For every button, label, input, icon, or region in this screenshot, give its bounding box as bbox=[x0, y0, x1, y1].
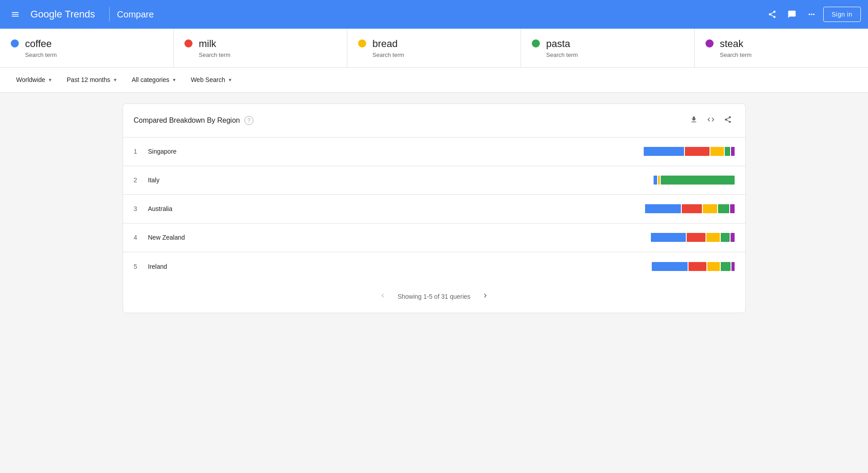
help-icon[interactable]: ? bbox=[244, 116, 253, 125]
table-row: 3 Australia bbox=[123, 195, 745, 224]
region-bar-australia bbox=[645, 204, 735, 213]
location-chevron-icon: ▼ bbox=[48, 77, 52, 82]
table-row: 5 Ireland bbox=[123, 252, 745, 281]
steak-dot bbox=[706, 39, 714, 47]
region-name: Australia bbox=[148, 205, 645, 212]
region-rank: 2 bbox=[134, 176, 148, 184]
bar-coffee bbox=[651, 233, 686, 242]
download-icon[interactable] bbox=[687, 113, 701, 128]
bar-bread bbox=[703, 204, 717, 213]
region-name: Ireland bbox=[148, 263, 652, 270]
apps-icon[interactable] bbox=[804, 6, 820, 22]
pasta-name: pasta bbox=[546, 38, 578, 51]
header-divider bbox=[109, 7, 110, 22]
region-bar-singapore bbox=[644, 147, 735, 156]
region-rank: 5 bbox=[134, 263, 148, 270]
card-actions bbox=[687, 113, 735, 128]
bar-coffee bbox=[654, 176, 657, 185]
bar-bread bbox=[706, 233, 720, 242]
pasta-type: Search term bbox=[546, 52, 578, 58]
search-type-chevron-icon: ▼ bbox=[228, 77, 232, 82]
bar-steak bbox=[731, 262, 735, 271]
breakdown-card: Compared Breakdown By Region ? bbox=[123, 103, 746, 313]
pasta-dot bbox=[532, 39, 540, 47]
bar-steak bbox=[730, 204, 735, 213]
bar-bread bbox=[658, 176, 660, 185]
notifications-icon[interactable] bbox=[784, 6, 800, 22]
bread-name: bread bbox=[372, 38, 404, 51]
search-term-steak[interactable]: steak Search term bbox=[695, 29, 868, 67]
search-term-milk[interactable]: milk Search term bbox=[174, 29, 347, 67]
region-bar-ireland bbox=[652, 262, 735, 271]
period-chevron-icon: ▼ bbox=[113, 77, 117, 82]
bar-steak bbox=[731, 147, 735, 156]
card-header: Compared Breakdown By Region ? bbox=[123, 104, 745, 138]
main-content: Compared Breakdown By Region ? bbox=[112, 93, 757, 324]
region-name: New Zealand bbox=[148, 234, 651, 241]
header-actions: Sign in bbox=[764, 6, 861, 22]
table-row: 2 Italy bbox=[123, 166, 745, 195]
categories-filter[interactable]: All categories ▼ bbox=[126, 72, 182, 88]
region-name: Italy bbox=[148, 176, 654, 184]
bar-milk bbox=[688, 262, 706, 271]
coffee-dot bbox=[11, 39, 19, 47]
share-card-icon[interactable] bbox=[721, 113, 735, 128]
table-row: 1 Singapore bbox=[123, 138, 745, 166]
app-logo: Google Trends bbox=[30, 9, 95, 20]
bar-pasta bbox=[718, 204, 729, 213]
coffee-type: Search term bbox=[25, 52, 57, 58]
search-term-bread[interactable]: bread Search term bbox=[347, 29, 521, 67]
pagination-next-button[interactable] bbox=[478, 290, 493, 304]
bread-dot bbox=[358, 39, 366, 47]
milk-type: Search term bbox=[199, 52, 231, 58]
bar-milk bbox=[685, 147, 710, 156]
bar-coffee bbox=[644, 147, 684, 156]
bar-coffee bbox=[645, 204, 681, 213]
search-terms-bar: coffee Search term milk Search term brea… bbox=[0, 29, 868, 68]
bread-type: Search term bbox=[372, 52, 404, 58]
page-title: Compare bbox=[117, 9, 154, 20]
bar-milk bbox=[682, 204, 702, 213]
card-title: Compared Breakdown By Region bbox=[134, 116, 240, 125]
pagination: Showing 1-5 of 31 queries bbox=[123, 281, 745, 313]
logo-text: Google Trends bbox=[30, 9, 95, 20]
card-title-row: Compared Breakdown By Region ? bbox=[134, 116, 253, 125]
search-term-coffee[interactable]: coffee Search term bbox=[0, 29, 174, 67]
bar-pasta bbox=[721, 233, 730, 242]
bar-pasta bbox=[661, 176, 735, 185]
header: Google Trends Compare Sign in bbox=[0, 0, 868, 29]
region-rank: 3 bbox=[134, 205, 148, 212]
milk-dot bbox=[184, 39, 192, 47]
filters-bar: Worldwide ▼ Past 12 months ▼ All categor… bbox=[0, 68, 868, 93]
location-filter[interactable]: Worldwide ▼ bbox=[11, 72, 58, 88]
bar-pasta bbox=[725, 147, 730, 156]
region-bar-new-zealand bbox=[651, 233, 735, 242]
region-table: 1 Singapore 2 Italy bbox=[123, 138, 745, 281]
steak-type: Search term bbox=[720, 52, 752, 58]
bar-coffee bbox=[652, 262, 688, 271]
embed-icon[interactable] bbox=[704, 113, 718, 128]
region-name: Singapore bbox=[148, 148, 644, 155]
steak-name: steak bbox=[720, 38, 752, 51]
milk-name: milk bbox=[199, 38, 231, 51]
share-icon[interactable] bbox=[764, 6, 780, 22]
table-row: 4 New Zealand bbox=[123, 224, 745, 252]
bar-pasta bbox=[721, 262, 731, 271]
pagination-prev-button[interactable] bbox=[375, 290, 390, 304]
period-filter[interactable]: Past 12 months ▼ bbox=[61, 72, 123, 88]
region-rank: 1 bbox=[134, 148, 148, 155]
region-rank: 4 bbox=[134, 234, 148, 241]
categories-chevron-icon: ▼ bbox=[172, 77, 176, 82]
bar-bread bbox=[707, 262, 720, 271]
sign-in-button[interactable]: Sign in bbox=[823, 7, 861, 22]
bar-bread bbox=[710, 147, 724, 156]
coffee-name: coffee bbox=[25, 38, 57, 51]
menu-icon[interactable] bbox=[7, 6, 23, 22]
pagination-text: Showing 1-5 of 31 queries bbox=[398, 293, 470, 300]
search-type-filter[interactable]: Web Search ▼ bbox=[185, 72, 238, 88]
search-term-pasta[interactable]: pasta Search term bbox=[521, 29, 695, 67]
bar-steak bbox=[731, 233, 735, 242]
bar-milk bbox=[687, 233, 706, 242]
region-bar-italy bbox=[654, 176, 735, 185]
